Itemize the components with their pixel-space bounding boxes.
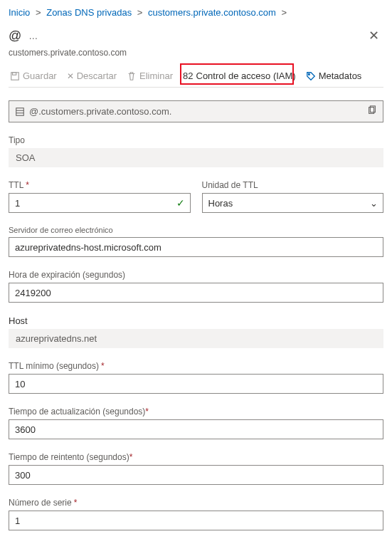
- breadcrumb-home[interactable]: Inicio: [9, 7, 30, 18]
- iam-badge: 82: [183, 70, 193, 81]
- close-button[interactable]: ✕: [364, 25, 383, 46]
- fqdn-display: @.customers.private.contoso.com.: [9, 100, 383, 122]
- mail-input[interactable]: [9, 237, 383, 257]
- ttl-input[interactable]: [9, 193, 191, 213]
- type-label: Tipo: [9, 135, 383, 145]
- more-actions-button[interactable]: …: [28, 31, 38, 41]
- svg-rect-3: [16, 108, 24, 115]
- ttl-unit-label: Unidad de TTL: [202, 180, 384, 190]
- tag-icon: [306, 71, 316, 81]
- discard-button[interactable]: ✕ Descartar: [67, 70, 117, 81]
- discard-label: Descartar: [77, 70, 117, 81]
- retry-input[interactable]: [9, 465, 383, 485]
- chevron-right-icon: >: [36, 7, 41, 18]
- fqdn-value: @.customers.private.contoso.com.: [29, 106, 171, 117]
- metadata-label: Metadatos: [319, 70, 362, 81]
- host-value: azureprivatedns.net: [9, 329, 383, 348]
- host-label: Host: [9, 315, 383, 326]
- chevron-right-icon: >: [282, 7, 287, 18]
- iam-label: Control de acceso (IAM): [196, 70, 296, 81]
- discard-icon: ✕: [67, 71, 74, 81]
- retry-label: Tiempo de reintento (segundos)*: [9, 452, 383, 462]
- at-record-icon: @: [9, 28, 21, 43]
- svg-rect-1: [13, 72, 16, 75]
- access-control-button[interactable]: 82 Control de acceso (IAM): [183, 70, 296, 81]
- ttl-unit-select[interactable]: [202, 193, 384, 213]
- record-set-icon: [15, 107, 25, 117]
- type-value: SOA: [9, 148, 383, 167]
- refresh-label: Tiempo de actualización (segundos)*: [9, 407, 383, 417]
- save-icon: [10, 71, 20, 81]
- copy-icon: [367, 105, 377, 115]
- mail-label: Servidor de correo electrónico: [9, 226, 383, 234]
- min-ttl-label: TTL mínimo (segundos)*: [9, 361, 383, 371]
- breadcrumb: Inicio > Zonas DNS privadas > customers.…: [9, 6, 383, 22]
- serial-label: Número de serie*: [9, 498, 383, 508]
- delete-button[interactable]: Eliminar: [127, 70, 173, 81]
- chevron-right-icon: >: [137, 7, 143, 18]
- serial-input[interactable]: [9, 511, 383, 530]
- check-icon: ✓: [176, 197, 185, 209]
- save-button[interactable]: Guardar: [10, 70, 57, 81]
- metadata-button[interactable]: Metadatos: [306, 70, 362, 81]
- svg-point-2: [308, 73, 309, 75]
- save-label: Guardar: [23, 70, 57, 81]
- ttl-label: TTL*: [9, 180, 191, 190]
- trash-icon: [127, 71, 137, 81]
- panel-subtitle: customers.private.contoso.com: [9, 48, 383, 58]
- toolbar: Guardar ✕ Descartar Eliminar 82 Control …: [9, 63, 383, 88]
- breadcrumb-zones[interactable]: Zonas DNS privadas: [46, 7, 132, 18]
- expire-label: Hora de expiración (segundos): [9, 270, 383, 280]
- refresh-input[interactable]: [9, 419, 383, 439]
- expire-input[interactable]: [9, 283, 383, 303]
- breadcrumb-zone[interactable]: customers.private.contoso.com: [148, 7, 276, 18]
- min-ttl-input[interactable]: [9, 374, 383, 394]
- delete-label: Eliminar: [139, 70, 173, 81]
- copy-button[interactable]: [367, 105, 377, 117]
